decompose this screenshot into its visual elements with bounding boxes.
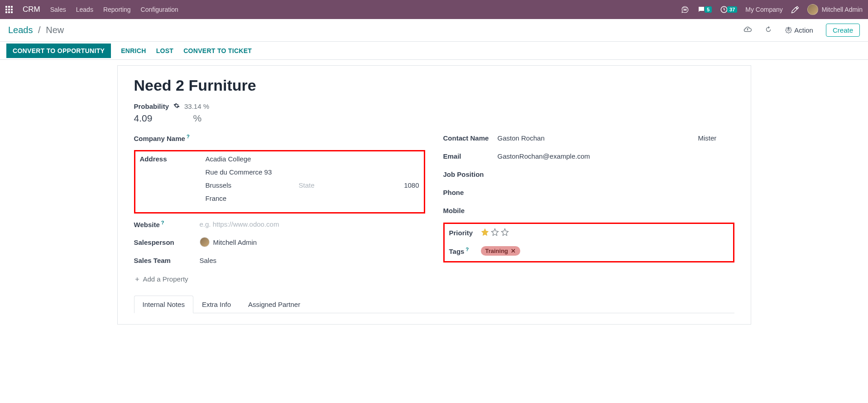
contact-name-value[interactable]: Gaston Rochan bbox=[498, 134, 698, 142]
create-button[interactable]: Create bbox=[826, 24, 860, 37]
topbar: CRM Sales Leads Reporting Configuration … bbox=[0, 0, 868, 19]
activities-icon[interactable]: 37 bbox=[720, 5, 737, 14]
star-1-icon[interactable] bbox=[481, 228, 489, 238]
status-bar: CONVERT TO OPPORTUNITY ENRICH LOST CONVE… bbox=[0, 42, 868, 60]
discard-icon[interactable] bbox=[764, 25, 772, 35]
cloud-save-icon[interactable] bbox=[743, 25, 752, 35]
lost-button[interactable]: LOST bbox=[156, 47, 174, 54]
company-switcher[interactable]: My Company bbox=[745, 6, 782, 13]
user-name: Mitchell Admin bbox=[822, 6, 863, 13]
tab-assigned-partner[interactable]: Assigned Partner bbox=[240, 296, 309, 313]
enrich-button[interactable]: ENRICH bbox=[121, 47, 146, 54]
svg-point-1 bbox=[788, 29, 790, 31]
right-column: Contact Name Gaston Rochan Mister Email … bbox=[443, 132, 734, 283]
form-sheet: Need 2 Furniture Probability 33.14 % 4.0… bbox=[117, 65, 751, 325]
convert-opportunity-button[interactable]: CONVERT TO OPPORTUNITY bbox=[6, 44, 111, 58]
email-value[interactable]: GastonRochan@example.com bbox=[498, 152, 734, 160]
sales-team-label: Sales Team bbox=[134, 257, 200, 264]
salesperson-label: Salesperson bbox=[134, 238, 200, 246]
tag-text: Training bbox=[485, 248, 508, 254]
left-column: Company Name? Address bbox=[134, 132, 425, 283]
breadcrumb-parent[interactable]: Leads bbox=[8, 25, 33, 35]
website-label: Website? bbox=[134, 220, 200, 228]
mobile-label: Mobile bbox=[443, 207, 498, 214]
star-2-icon[interactable] bbox=[491, 228, 499, 238]
add-property-button[interactable]: Add a Property bbox=[134, 275, 425, 283]
country-input[interactable] bbox=[206, 194, 419, 202]
main-scroll[interactable]: Need 2 Furniture Probability 33.14 % 4.0… bbox=[0, 60, 868, 400]
add-property-label: Add a Property bbox=[143, 275, 188, 283]
job-position-label: Job Position bbox=[443, 170, 498, 178]
company-name-label: Company Name? bbox=[134, 134, 200, 142]
city-input[interactable] bbox=[206, 181, 293, 189]
nav-leads[interactable]: Leads bbox=[76, 6, 93, 13]
tags-label: Tags? bbox=[449, 247, 481, 255]
app-brand[interactable]: CRM bbox=[23, 5, 40, 14]
sales-team-value[interactable]: Sales bbox=[200, 257, 425, 264]
tab-internal-notes[interactable]: Internal Notes bbox=[134, 296, 193, 313]
nav-sales[interactable]: Sales bbox=[50, 6, 66, 13]
probability-label: Probability bbox=[134, 102, 169, 110]
contact-title-value[interactable]: Mister bbox=[698, 134, 734, 142]
activities-badge: 37 bbox=[727, 6, 737, 13]
gear-icon[interactable] bbox=[173, 102, 180, 110]
lead-title[interactable]: Need 2 Furniture bbox=[134, 77, 734, 94]
state-input[interactable] bbox=[299, 181, 387, 189]
tab-extra-info[interactable]: Extra Info bbox=[193, 296, 240, 313]
notebook-tabs: Internal Notes Extra Info Assigned Partn… bbox=[134, 296, 734, 313]
breadcrumb-current: New bbox=[46, 25, 64, 35]
street-input[interactable] bbox=[206, 155, 419, 163]
probability-auto: 33.14 % bbox=[184, 102, 209, 110]
address-label: Address bbox=[140, 155, 206, 163]
convert-ticket-button[interactable]: CONVERT TO TICKET bbox=[183, 47, 252, 54]
salesperson-name: Mitchell Admin bbox=[213, 238, 257, 246]
zip-input[interactable] bbox=[392, 181, 419, 189]
contact-name-label: Contact Name bbox=[443, 134, 498, 142]
priority-label: Priority bbox=[449, 229, 481, 237]
salesperson-avatar bbox=[200, 237, 210, 247]
priority-tags-highlight-box: Priority Tags? Training ✕ bbox=[443, 223, 734, 262]
tag-remove-icon[interactable]: ✕ bbox=[511, 248, 516, 254]
voip-icon[interactable] bbox=[681, 5, 689, 14]
star-3-icon[interactable] bbox=[501, 228, 509, 238]
street2-input[interactable] bbox=[206, 168, 419, 176]
probability-unit: % bbox=[193, 113, 201, 124]
address-highlight-box: Address bbox=[134, 150, 425, 214]
tag-pill[interactable]: Training ✕ bbox=[481, 246, 521, 256]
debug-icon[interactable] bbox=[791, 5, 799, 14]
messages-icon[interactable]: 5 bbox=[697, 5, 712, 14]
breadcrumb-separator: / bbox=[38, 25, 41, 35]
apps-icon[interactable] bbox=[5, 6, 13, 13]
priority-stars[interactable] bbox=[481, 228, 509, 238]
avatar bbox=[807, 4, 818, 15]
website-input[interactable] bbox=[200, 220, 425, 228]
email-label: Email bbox=[443, 152, 498, 160]
action-label: Action bbox=[794, 26, 813, 34]
nav-configuration[interactable]: Configuration bbox=[141, 6, 178, 13]
messages-badge: 5 bbox=[705, 6, 712, 13]
user-menu[interactable]: Mitchell Admin bbox=[807, 4, 863, 15]
salesperson-value[interactable]: Mitchell Admin bbox=[200, 237, 425, 247]
probability-value[interactable]: 4.09 bbox=[134, 113, 153, 124]
phone-label: Phone bbox=[443, 189, 498, 196]
control-panel: Leads / New Action Create bbox=[0, 19, 868, 42]
nav-reporting[interactable]: Reporting bbox=[103, 6, 131, 13]
breadcrumb: Leads / New bbox=[8, 25, 64, 35]
action-dropdown[interactable]: Action bbox=[785, 26, 813, 34]
